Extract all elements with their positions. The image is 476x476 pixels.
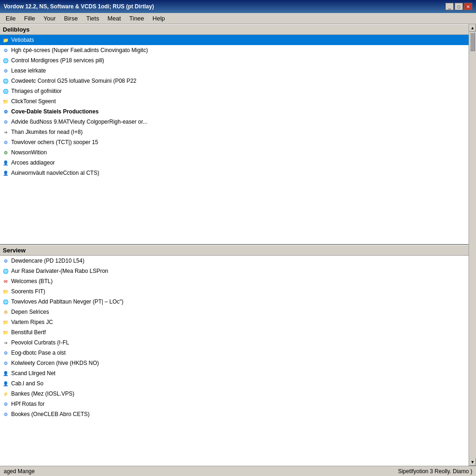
top-list-item[interactable]: ⚙NowsonWition bbox=[0, 147, 469, 158]
status-bar: aged Mange Sipetlfyotion 3 Reolly. Diamo… bbox=[0, 466, 476, 476]
person-icon: 👤 bbox=[2, 159, 9, 166]
menu-item-help[interactable]: Help bbox=[149, 14, 169, 23]
top-list-item[interactable]: 🌐Cowdeetc Control G25 lofuative Somuini … bbox=[0, 76, 469, 86]
top-list-item[interactable]: ➔Than Jkumites for nead (I+8) bbox=[0, 127, 469, 137]
gear-icon: ⚙ bbox=[2, 139, 9, 146]
top-list-item[interactable]: ⚙Lease ielrkate bbox=[0, 66, 469, 76]
gear-icon: ⚙ bbox=[2, 410, 9, 418]
top-list-item[interactable]: ⚙Towvlover ochers (TCT|) sooper 15 bbox=[0, 137, 469, 147]
lightning-icon: ⚡ bbox=[2, 390, 9, 397]
top-section-list: 📁Vetiobats⚙Hgh ćpé-screes (Nuper Faeil.a… bbox=[0, 35, 469, 244]
gear-icon: ⚙ bbox=[2, 149, 9, 156]
bottom-list-item[interactable]: 👤Cab.l and So bbox=[0, 378, 469, 389]
bottom-list-item[interactable]: 🌐Towvloves Add Pabltaun Nevger (PT| – LO… bbox=[0, 297, 469, 307]
minimize-button[interactable]: _ bbox=[445, 3, 454, 10]
list-item-label: Soorents FIT) bbox=[11, 288, 45, 295]
bottom-list-item[interactable]: ⚙Eog-dbotc Pase a olst bbox=[0, 348, 469, 358]
bottom-list-item[interactable]: ⚙Depen Selrices bbox=[0, 307, 469, 317]
list-item-label: ClickTonel Sgeent bbox=[11, 98, 56, 105]
list-item-label: Benstiful Bertf bbox=[11, 329, 46, 336]
person-icon: 👤 bbox=[2, 380, 9, 387]
menu-item-tinee[interactable]: Tinee bbox=[126, 14, 148, 23]
menu-bar: EileFilleYourBirseTietsMeatTineeHelp bbox=[0, 13, 476, 24]
list-item-label: Thriages of gofniitior bbox=[11, 88, 62, 94]
bottom-list-item[interactable]: 📁Vartem Ripes JC bbox=[0, 317, 469, 327]
list-item-label: Cab.l and So bbox=[11, 380, 43, 387]
bottom-list-item[interactable]: 🌐Aur Rase Darivater-(Mea Rabo LSPron bbox=[0, 266, 469, 276]
bottom-list-item[interactable]: ✉Welcomes (BTL) bbox=[0, 276, 469, 286]
top-list-item[interactable]: ⚙Advide ßudNoss 9.MATVieuty ColgoperRigh… bbox=[0, 117, 469, 127]
scroll-down-button[interactable]: ▼ bbox=[469, 458, 476, 466]
menu-item-fille[interactable]: Fille bbox=[20, 14, 39, 23]
bottom-list-item[interactable]: ⚙Bookes (OneCLEB Abro CETS) bbox=[0, 409, 469, 419]
status-right: Sipetlfyotion 3 Reolly. Diamo ) bbox=[398, 468, 472, 475]
list-item-label: Vetiobats bbox=[11, 37, 34, 43]
menu-item-tiets[interactable]: Tiets bbox=[82, 14, 103, 23]
list-item-label: Dewdencare (PD 12D10 L54) bbox=[11, 258, 84, 264]
globe-icon: 🌐 bbox=[2, 298, 9, 305]
menu-item-eile[interactable]: Eile bbox=[2, 14, 20, 23]
gear-icon: ⚙ bbox=[2, 349, 9, 357]
bottom-list-item[interactable]: 📁Benstiful Bertf bbox=[0, 327, 469, 337]
top-list-item[interactable]: 🌐Control Mordigroes (P18 services pill) bbox=[0, 55, 469, 66]
top-list-item[interactable]: 📁Vetiobats bbox=[0, 35, 469, 45]
top-list-item[interactable]: 👤Auirwornväult naovleCction al CTS) bbox=[0, 168, 469, 178]
top-section-header: Delibloys bbox=[0, 24, 469, 35]
folder-icon: 📁 bbox=[2, 36, 9, 44]
globe-icon: 🌐 bbox=[2, 57, 9, 64]
gear-icon: ⚙ bbox=[2, 257, 9, 264]
list-item-label: Aur Rase Darivater-(Mea Rabo LSPron bbox=[11, 268, 108, 274]
list-item-label: Hgh ćpé-screes (Nuper Faeil.adints Cinov… bbox=[11, 47, 148, 53]
list-item-label: Than Jkumites for nead (I+8) bbox=[11, 129, 83, 135]
top-list-item[interactable]: 📁ClickTonel Sgeent bbox=[0, 96, 469, 106]
person-icon: 👤 bbox=[2, 370, 9, 377]
bottom-section-header: Serview bbox=[0, 245, 469, 256]
folder-icon: 📁 bbox=[2, 98, 9, 105]
bottom-list-item[interactable]: ➔Peovolol Curbrats (ŀ-FL bbox=[0, 337, 469, 348]
list-item-label: Towvloves Add Pabltaun Nevger (PT| – LOc… bbox=[11, 298, 124, 305]
top-list-item[interactable]: ⚙Hgh ćpé-screes (Nuper Faeil.adints Cino… bbox=[0, 45, 469, 55]
list-item-label: HPf Rotas for bbox=[11, 401, 45, 407]
list-item-label: Lease ielrkate bbox=[11, 67, 46, 74]
gear-icon: ⚙ bbox=[2, 359, 9, 367]
top-list-item[interactable]: ⚙Cove-Dable Staiels Productiones bbox=[0, 106, 469, 117]
bottom-list-item[interactable]: ⚙Kolwleety Corcen (hive (HKDS NO) bbox=[0, 358, 469, 368]
gear-icon: ⚙ bbox=[2, 400, 9, 408]
bottom-list-item[interactable]: ⚡Bankes (Mez (IOSL.VPS) bbox=[0, 389, 469, 399]
list-item-label: Cowdeetc Control G25 lofuative Somuini (… bbox=[11, 78, 136, 84]
folder-icon: 📁 bbox=[2, 288, 9, 295]
status-left: aged Mange bbox=[4, 468, 35, 475]
bottom-list-item[interactable]: ⚙HPf Rotas for bbox=[0, 399, 469, 409]
person-icon: 👤 bbox=[2, 169, 9, 177]
list-item-label: Vartem Ripes JC bbox=[11, 319, 53, 325]
scroll-track[interactable] bbox=[469, 32, 476, 458]
scroll-up-button[interactable]: ▲ bbox=[469, 24, 476, 32]
gear-icon: ⚙ bbox=[2, 308, 9, 316]
list-item-label: Towvlover ochers (TCT|) sooper 15 bbox=[11, 139, 98, 145]
gear-icon: ⚙ bbox=[2, 108, 9, 115]
menu-item-birse[interactable]: Birse bbox=[60, 14, 82, 23]
main-content: Delibloys 📁Vetiobats⚙Hgh ćpé-screes (Nup… bbox=[0, 24, 476, 466]
gear-icon: ⚙ bbox=[2, 46, 9, 54]
top-list-item[interactable]: 🌐Thriages of gofniitior bbox=[0, 86, 469, 96]
top-list-item[interactable]: 👤Arcoes addiageor bbox=[0, 158, 469, 168]
top-section: Delibloys 📁Vetiobats⚙Hgh ćpé-screes (Nup… bbox=[0, 24, 469, 245]
scrollbar[interactable]: ▲ ▼ bbox=[469, 24, 476, 466]
maximize-button[interactable]: □ bbox=[455, 3, 463, 10]
bottom-list-item[interactable]: 👤Scand Llirged Net bbox=[0, 368, 469, 378]
list-item-label: Bookes (OneCLEB Abro CETS) bbox=[11, 411, 90, 417]
list-item-label: Kolwleety Corcen (hive (HKDS NO) bbox=[11, 360, 99, 366]
menu-item-your[interactable]: Your bbox=[40, 14, 60, 23]
bottom-section: Serview ⚙Dewdencare (PD 12D10 L54)🌐Aur R… bbox=[0, 245, 469, 466]
window-controls: _ □ ✕ bbox=[445, 3, 472, 10]
close-button[interactable]: ✕ bbox=[464, 3, 472, 10]
list-item-label: Depen Selrices bbox=[11, 309, 49, 315]
list-item-label: Auirwornväult naovleCction al CTS) bbox=[11, 170, 99, 176]
folder-icon: 📁 bbox=[2, 318, 9, 326]
scroll-thumb[interactable] bbox=[470, 33, 475, 51]
menu-item-meat[interactable]: Meat bbox=[104, 14, 125, 23]
bottom-list-item[interactable]: ⚙Dewdencare (PD 12D10 L54) bbox=[0, 256, 469, 266]
bottom-list-item[interactable]: 📁Soorents FIT) bbox=[0, 286, 469, 297]
list-item-label: NowsonWition bbox=[11, 149, 47, 156]
list-item-label: Peovolol Curbrats (ŀ-FL bbox=[11, 339, 69, 346]
